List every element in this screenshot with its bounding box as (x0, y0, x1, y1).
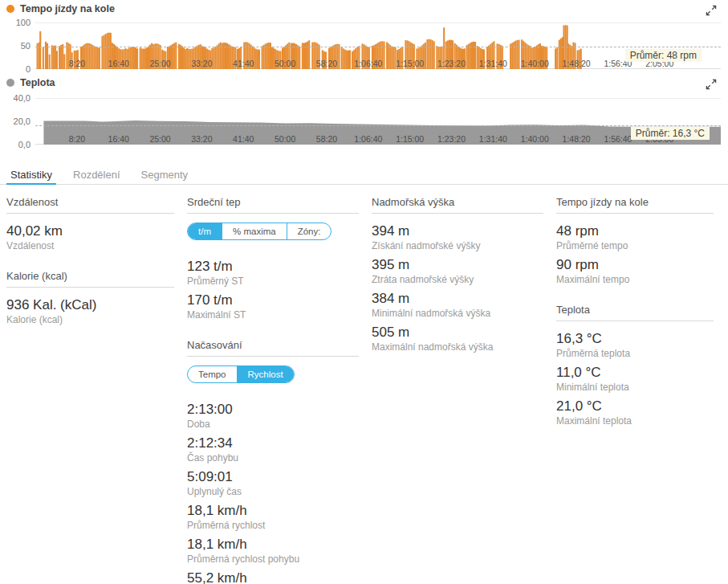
stat-item: 2:13:00Doba (187, 401, 359, 431)
stats-column-2: Srdeční tept/m% maximaZóny:123 t/mPrůměr… (187, 193, 372, 584)
stat-value: 2:12:34 (187, 435, 359, 452)
stat-label: Doba (187, 419, 359, 431)
x-tick-label: 1:31:40 (479, 134, 507, 144)
x-tick-label: 1:40:00 (521, 59, 549, 68)
toggle-option[interactable]: Rychlost (237, 366, 294, 382)
section-header: Teplota (556, 304, 714, 321)
cadence-chart-title: Tempo jízdy na kole (20, 3, 115, 14)
stat-value: 5:09:01 (187, 468, 359, 486)
stat-value: 55,2 km/h (187, 570, 359, 584)
toggle-option[interactable]: t/m (188, 223, 222, 239)
cadence-ytick-50: 50 (0, 40, 31, 51)
stat-value: 48 rpm (556, 223, 714, 240)
x-tick-label: 58:20 (316, 59, 337, 68)
cadence-ytick-0: 0 (0, 63, 31, 75)
temperature-chart-plot[interactable]: Průměr: 16,3 °C 8:2016:4025:0033:2041:40… (35, 98, 721, 145)
toggle-option[interactable]: Zóny: (287, 223, 331, 239)
stats-column-4: Tempo jízdy na kole48 rpmPrůměrné tempo9… (556, 193, 726, 584)
tab-statistiky[interactable]: Statistiky (6, 167, 56, 185)
stat-label: Průměrná rychlost (187, 520, 359, 532)
x-tick-label: 50:00 (275, 134, 295, 144)
x-tick-label: 33:20 (191, 59, 212, 68)
stat-item: 18,1 km/hPrůměrná rychlost pohybu (187, 536, 359, 566)
stat-item: 40,02 kmVzdálenost (6, 223, 174, 252)
stat-section: Tempo jízdy na kole48 rpmPrůměrné tempo9… (556, 196, 714, 286)
tab-segmenty[interactable]: Segmenty (137, 167, 193, 184)
stats-column-3: Nadmořská výška394 mZískání nadmořské vý… (372, 193, 556, 584)
temperature-average-line (35, 125, 721, 126)
stat-value: 2:13:00 (187, 401, 359, 419)
stat-value: 90 rpm (556, 256, 714, 274)
stat-section: Kalorie (kcal)936 Kal. (kCal)Kalorie (kc… (6, 270, 174, 326)
stat-item: 505 mMaximální nadmořská výška (372, 324, 543, 353)
cadence-ytick-100: 100 (0, 17, 31, 28)
x-tick-label: 1:31:40 (479, 59, 507, 68)
toggle-option[interactable]: % maxima (222, 223, 287, 239)
stat-item: 123 t/mPrůměrný ST (187, 258, 359, 288)
expand-chart-icon[interactable] (706, 5, 717, 16)
x-tick-label: 58:20 (316, 134, 337, 144)
stat-item: 384 mMinimální nadmořská výška (372, 290, 543, 320)
section-header: Načasování (187, 339, 359, 357)
x-tick-label: 1:06:40 (354, 59, 382, 68)
stat-label: Získání nadmořské výšky (372, 240, 543, 252)
cadence-legend-dot-icon (6, 5, 14, 13)
cadence-chart-plot[interactable]: Průměr: 48 rpm 8:2016:4025:0033:2041:405… (35, 22, 721, 69)
expand-chart-icon[interactable] (706, 79, 717, 90)
cadence-chart-legend: Tempo jízdy na kole (6, 3, 115, 14)
section-header: Kalorie (kcal) (6, 270, 174, 288)
stat-label: Minimální teplota (556, 382, 714, 394)
stat-section: Vzdálenost40,02 kmVzdálenost (6, 196, 174, 252)
stat-label: Maximální teplota (556, 415, 714, 427)
stat-value: 18,1 km/h (187, 502, 359, 520)
stat-value: 16,3 °C (556, 330, 714, 348)
stat-label: Vzdálenost (6, 240, 174, 252)
stat-item: 18,1 km/hPrůměrná rychlost (187, 502, 359, 532)
stat-section: Teplota16,3 °CPrůměrná teplota11,0 °CMin… (556, 304, 714, 427)
stat-label: Průměrný ST (187, 276, 359, 288)
stat-item: 5:09:01Uplynulý čas (187, 468, 359, 498)
stat-item: 170 t/mMaximální ST (187, 292, 359, 321)
stat-label: Uplynulý čas (187, 486, 359, 498)
temp-ytick-20: 20,0 (0, 116, 31, 127)
x-tick-label: 1:48:20 (563, 134, 591, 144)
stat-value: 394 m (372, 223, 543, 240)
stat-label: Čas pohybu (187, 452, 359, 464)
x-tick-label: 25:00 (149, 59, 170, 68)
section-header: Tempo jízdy na kole (556, 196, 714, 214)
x-tick-label: 1:23:20 (437, 59, 466, 68)
stat-value: 40,02 km (6, 223, 174, 240)
stat-value: 18,1 km/h (187, 536, 359, 553)
stat-item: 2:12:34Čas pohybu (187, 435, 359, 464)
stat-item: 394 mZískání nadmořské výšky (372, 223, 543, 252)
cadence-average-line (35, 47, 721, 47)
stat-value: 11,0 °C (556, 364, 714, 382)
activity-stats-page: Tempo jízdy na kole 100 50 0 Průměr: 48 … (0, 0, 728, 584)
temperature-legend-dot-icon (6, 79, 14, 87)
toggle-option[interactable]: Tempo (188, 366, 237, 382)
stat-label: Kalorie (kcal) (6, 314, 174, 326)
x-tick-label: 41:40 (233, 134, 254, 144)
stat-label: Maximální ST (187, 309, 359, 321)
stat-item: 55,2 km/hMaximální rychlost (187, 570, 359, 584)
x-tick-label: 41:40 (233, 59, 254, 68)
x-tick-label: 1:56:40 (604, 134, 632, 144)
x-tick-label: 1:23:20 (437, 134, 466, 144)
stat-item: 936 Kal. (kCal)Kalorie (kcal) (6, 296, 174, 326)
tab-rozdělení[interactable]: Rozdělení (69, 167, 124, 184)
x-tick-label: 1:06:40 (354, 134, 382, 144)
stat-label: Průměrná rychlost pohybu (187, 553, 359, 566)
x-tick-label: 33:20 (191, 134, 212, 144)
stat-section: NačasováníTempoRychlost2:13:00Doba2:12:3… (187, 339, 359, 584)
x-tick-label: 16:40 (108, 59, 129, 68)
stat-label: Maximální nadmořská výška (372, 341, 543, 353)
x-tick-label: 8:20 (69, 134, 85, 144)
temp-ytick-40: 40,0 (0, 92, 31, 104)
stat-value: 395 m (372, 256, 543, 274)
stat-item: 48 rpmPrůměrné tempo (556, 223, 714, 252)
temperature-chart-title: Teplota (20, 77, 55, 88)
stat-label: Minimální nadmořská výška (372, 308, 543, 320)
cadence-average-annotation: Průměr: 48 rpm (625, 49, 702, 62)
stat-item: 90 rpmMaximální tempo (556, 256, 714, 286)
stats-column-1: Vzdálenost40,02 kmVzdálenostKalorie (kca… (6, 193, 187, 584)
